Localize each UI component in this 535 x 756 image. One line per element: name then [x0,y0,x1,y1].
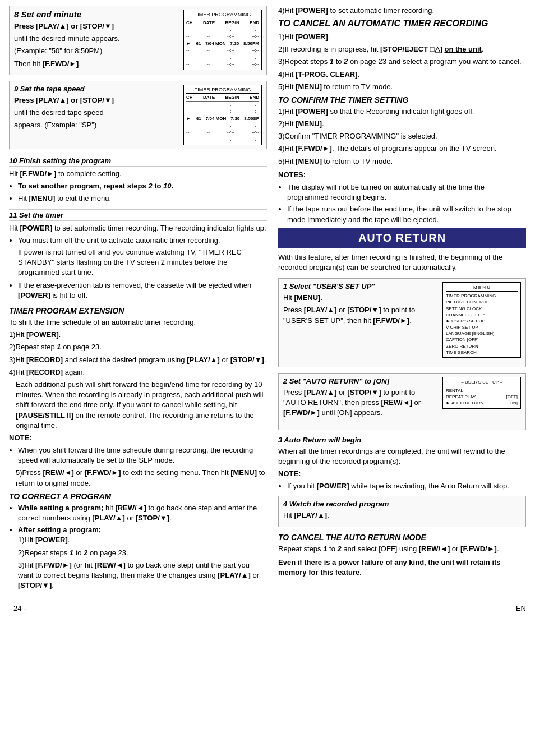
ar-step4-box: 4 Watch the recorded program Hit [PLAY/▲… [278,496,526,527]
to-correct-list: While setting a program; hit [REW/◄] to … [18,503,267,591]
step-9-text: 9 Set the tape speed Press [PLAY/▲] or [… [14,85,178,133]
page-layout: 8 Set end minute Press [PLAY/▲] or [STOP… [9,6,526,593]
timer-ext-p1: To shift the time schedule of an automat… [9,317,267,328]
step-8-timer-display: – TIMER PROGRAMMING – CH DATE BEGIN END … [183,10,262,70]
tc-sub3: 3)Hit [F.FWD/►] (or hit [REW/◄] to go ba… [18,560,267,591]
cancel-step3: 3)Repeat steps 1 to 2 on page 23 and sel… [278,57,526,67]
step-11-sub1: If power is not turned off and you conti… [18,247,267,278]
menu-item-1: PICTURE CONTROL [446,299,518,305]
ar-step4-p1: Hit [PLAY/▲]. [283,510,521,520]
confirm-header: TO CONFIRM THE TIMER SETTING [278,95,526,104]
ar-step2-header: 2 Set "AUTO RETURN" to [ON] [283,377,438,385]
ar-step1-menu-display: – M E N U – TIMER PROGRAMMING PICTURE CO… [442,282,521,358]
step-11-list: You must turn off the unit to activate a… [18,236,267,301]
power-fail-text: Even if there is a power failure of any … [278,557,526,578]
step-11-p1: Hit [POWER] to set automatic timer recor… [9,223,267,233]
timer-ext-notes: When you shift forward the time schedule… [18,445,267,465]
step-10-bullet1: To set another program, repeat steps 2 t… [18,181,267,191]
notes-list: The display will not be turned on automa… [287,182,526,225]
ar-step1-text: 1 Select "USER'S SET UP" Hit [MENU]. Pre… [283,282,438,328]
confirm-step2: 2)Hit [MENU]. [278,119,526,129]
cancel-step5: 5)Hit [MENU] to return to TV mode. [278,82,526,92]
timer-row: ------:----:-- [186,129,259,136]
step-9-p2: until the desired tape speed [14,108,178,118]
step-8-num: 8 Set end minute [14,10,81,19]
timer-row-active: ►617/04 MON7:308:50SP [186,116,259,122]
cancel-ar-header: TO CANCEL THE AUTO RETURN MODE [278,533,526,542]
tc-sub2: 2)Repeat steps 1 to 2 on page 23. [18,548,267,558]
step-9-box: 9 Set the tape speed Press [PLAY/▲] or [… [9,81,267,149]
note-2: If the tape runs out before the end time… [287,204,526,224]
notes-title: NOTES: [278,170,526,180]
menu-item-3: CHANNEL SET UP [446,312,518,318]
auto-return-header: AUTO RETURN [278,228,526,248]
step-8-p4: Then hit [F.FWD/►]. [14,59,178,69]
menu-display-header: – M E N U – [446,284,518,292]
confirm-step3: 3)Confirm "TIMER PROGRAMMING" is selecte… [278,131,526,141]
timer-row: ------:----:-- [186,102,259,108]
timer-row: ------:----:-- [186,54,259,61]
step-11-section: 11 Set the timer Hit [POWER] to set auto… [9,209,267,301]
en-label: EN [516,604,526,612]
timer-ext-header: TIMER PROGRAM EXTENSION [9,306,267,315]
timer-header-8: – TIMER PROGRAMMING – [186,12,259,19]
right-column: 4)Hit [POWER] to set automatic timer rec… [278,6,526,593]
ar-step3-header: 3 Auto Return will begin [278,436,526,444]
step-11-header: 11 Set the timer [9,209,267,221]
timer-row: ------:----:-- [186,61,259,68]
step-10-p1: Hit [F.FWD/►] to complete setting. [9,169,267,179]
confirm-step1: 1)Hit [POWER] so that the Recording indi… [278,107,526,117]
cancel-ar-p1: Repeat steps 1 to 2 and select [OFF] usi… [278,544,526,554]
timer-ext-step3: 3)Hit [RECORD] and select the desired pr… [9,355,267,365]
ar-step3-p1: When all the timer recordings are comple… [278,446,526,467]
step-8-text: 8 Set end minute Press [PLAY/▲] or [STOP… [14,10,178,71]
timer-row: ------:----:-- [186,108,259,115]
auto-return-desc: With this feature, after timer recording… [278,252,526,273]
timer-row: ------:----:-- [186,122,259,129]
cancel-timer-header: TO CANCEL AN AUTOMATIC TIMER RECORDING [278,18,526,30]
ar-step1-p2: Press [PLAY/▲] or [STOP/▼] to point to "… [283,305,438,325]
ar-step1-box: 1 Select "USER'S SET UP" Hit [MENU]. Pre… [278,278,526,367]
timer-ext-note-header: NOTE: [9,433,267,443]
us-row-2-active: ►AUTO RETURN[ON] [446,400,518,406]
step-10-section: 10 Finish setting the program Hit [F.FWD… [9,155,267,204]
step-10-header: 10 Finish setting the program [9,155,267,167]
step-10-list: To set another program, repeat steps 2 t… [18,181,267,203]
cancel-step1: 1)Hit [POWER]. [278,32,526,42]
step-11-bullet2: If the erase-prevention tab is removed, … [18,280,267,301]
step-9-p3: appears. (Example: "SP") [14,120,178,130]
step-9-header: 9 Set the tape speed [14,85,178,93]
confirm-step5: 5)Hit [MENU] to return to TV mode. [278,156,526,167]
ar-step3-note-header: NOTE: [278,469,526,479]
to-correct-header: TO CORRECT A PROGRAM [9,492,267,501]
us-row-1: REPEAT PLAY[OFF] [446,394,518,400]
menu-item-4-active: ►USER'S SET UP [446,318,518,324]
timer-row: ------:----:-- [186,33,259,40]
timer-ext-step1: 1)Hit [POWER]. [9,330,267,340]
to-correct-bullet2: After setting a program; 1)Hit [POWER]. … [18,525,267,591]
ar-step2-box: 2 Set "AUTO RETURN" to [ON] Press [PLAY/… [278,373,526,430]
ar-step2-p1: Press [PLAY/▲] or [STOP/▼] to point to "… [283,388,438,418]
timer-row: ------:----:-- [186,136,259,143]
user-setup-header: – USER'S SET UP – [446,379,518,386]
step-8-p3: (Example: "50" for 8:50PM) [14,46,178,56]
ar-step1-header: 1 Select "USER'S SET UP" [283,282,438,291]
ar-step3-note1: If you hit [POWER] while tape is rewindi… [287,481,526,491]
timer-ext-step2: 2)Repeat step 1 on page 23. [9,342,267,352]
menu-item-6: LANGUAGE [ENGLISH] [446,330,518,336]
left-column: 8 Set end minute Press [PLAY/▲] or [STOP… [9,6,267,593]
ar-step4-header: 4 Watch the recorded program [283,500,521,508]
timer-row: ------:----:-- [186,47,259,54]
timer-cols-8: CH DATE BEGIN END [186,20,259,26]
timer-ext-sub4: Each additional push will shift forward … [16,380,267,431]
timer-row: ------:----:-- [186,26,259,33]
step-8-box: 8 Set end minute Press [PLAY/▲] or [STOP… [9,6,267,75]
ar-step3-notes: If you hit [POWER] while tape is rewindi… [287,481,526,491]
timer-program-ext-section: TIMER PROGRAM EXTENSION To shift the tim… [9,306,267,488]
ar-step1-p1: Hit [MENU]. [283,293,438,303]
page-footer: - 24 - EN [9,604,526,612]
us-row-0: RENTAL [446,388,518,394]
step-8-header: 8 Set end minute [14,10,178,19]
menu-item-5: V-CHIP SET UP [446,324,518,330]
menu-item-2: SETTING CLOCK [446,306,518,312]
